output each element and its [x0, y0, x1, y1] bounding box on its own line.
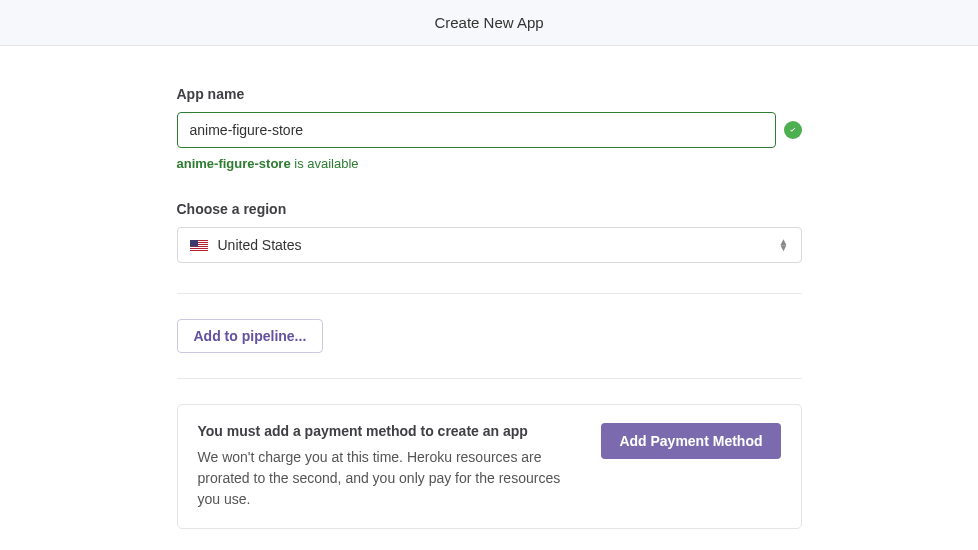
app-name-label: App name [177, 86, 802, 102]
app-name-group: App name anime-figure-store is available [177, 86, 802, 171]
add-payment-method-button[interactable]: Add Payment Method [601, 423, 780, 459]
svg-rect-7 [190, 240, 198, 247]
region-label: Choose a region [177, 201, 802, 217]
svg-rect-5 [190, 249, 208, 250]
region-group: Choose a region United States ▲▼ [177, 201, 802, 263]
divider [177, 378, 802, 379]
form-container: App name anime-figure-store is available… [177, 46, 802, 550]
app-name-input[interactable] [177, 112, 776, 148]
add-to-pipeline-button[interactable]: Add to pipeline... [177, 319, 324, 353]
divider [177, 293, 802, 294]
svg-rect-6 [190, 251, 208, 252]
region-selected-value: United States [218, 237, 779, 253]
app-name-row [177, 112, 802, 148]
payment-description: We won't charge you at this time. Heroku… [198, 447, 582, 510]
availability-name: anime-figure-store [177, 156, 291, 171]
availability-message: anime-figure-store is available [177, 156, 802, 171]
region-select[interactable]: United States ▲▼ [177, 227, 802, 263]
payment-method-box: You must add a payment method to create … [177, 404, 802, 529]
availability-suffix: is available [291, 156, 359, 171]
select-arrows-icon: ▲▼ [779, 239, 789, 251]
page-header: Create New App [0, 0, 978, 46]
payment-text: You must add a payment method to create … [198, 423, 582, 510]
check-circle-icon [784, 121, 802, 139]
svg-rect-4 [190, 247, 208, 248]
payment-title: You must add a payment method to create … [198, 423, 582, 439]
us-flag-icon [190, 239, 208, 251]
page-title: Create New App [0, 14, 978, 31]
